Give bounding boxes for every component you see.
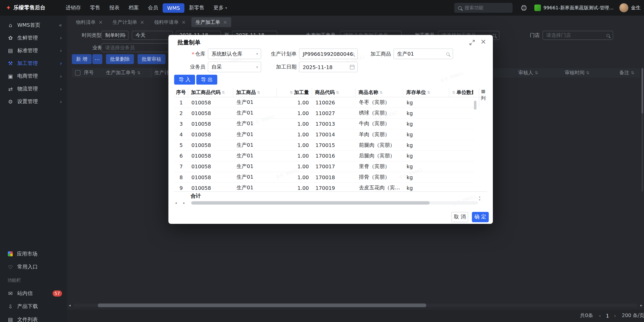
close-tab-icon[interactable]: × (223, 19, 227, 25)
menu-item-retail[interactable]: 零售 (85, 3, 105, 13)
table-row[interactable]: 1 010058 生产01 1.00 110026 冬枣（宾朋） kg (174, 97, 474, 108)
warehouse-select[interactable]: 系统默认仓库 ▾ (208, 49, 261, 59)
add-button[interactable]: 新 增 (72, 54, 92, 64)
scroll-up-icon[interactable]: ▴ (479, 195, 480, 198)
sort-icon[interactable]: ⇅ (257, 90, 260, 95)
sort-icon[interactable]: ⇅ (427, 90, 430, 95)
tenant-info[interactable]: 99661-新界面果蔬版测试-管理... (534, 4, 614, 11)
sidebar-item-wms-home[interactable]: ⌂ WMS首页 « (0, 19, 67, 32)
sort-icon[interactable]: ⇅ (290, 90, 293, 95)
cell-process-qty[interactable]: 1.00 (277, 153, 312, 159)
cell-process-qty[interactable]: 1.00 (277, 174, 312, 180)
clerk-select[interactable]: 自采 ▾ (208, 62, 261, 72)
col-process-qty[interactable]: ⇅ 加工量 (277, 88, 312, 97)
sort-icon[interactable]: ⇅ (336, 90, 339, 95)
modal-vertical-scrollbar[interactable] (473, 99, 477, 191)
table-row[interactable]: 8 010058 生产01 1.00 170018 排骨（宾朋） kg (174, 172, 474, 183)
tab-material-list[interactable]: 物料清单 × (72, 17, 107, 27)
cell-process-qty[interactable]: 1.00 (277, 185, 312, 191)
import-button[interactable]: 导 入 (174, 75, 195, 85)
sidebar-item-settings[interactable]: ⚙ 设置管理 › (0, 95, 67, 108)
cell-process-qty[interactable]: 1.00 (277, 99, 312, 106)
export-button[interactable]: 导 出 (196, 75, 217, 85)
processed-product-input[interactable]: 生产01 (393, 49, 453, 59)
column-config-button[interactable]: ▦ 列 (479, 88, 487, 107)
select-all-checkbox[interactable] (75, 70, 81, 76)
batch-delete-button[interactable]: 批量删除 (106, 54, 134, 64)
sort-icon[interactable]: ⇅ (631, 71, 634, 75)
col-remark[interactable]: 备注 ⇅ (619, 68, 634, 78)
col-audit-time[interactable]: 审核时间 ⇅ (565, 68, 590, 78)
menu-item-wms[interactable]: WMS (163, 3, 184, 12)
table-row[interactable]: 7 010058 生产01 1.00 170017 里脊（宾朋） kg (174, 162, 474, 172)
scroll-right-icon[interactable]: ▸ (640, 303, 642, 308)
sort-icon[interactable]: ⇅ (222, 90, 225, 95)
scrollbar-thumb[interactable] (474, 100, 476, 110)
search-icon[interactable] (351, 52, 354, 55)
printer-icon[interactable] (521, 5, 527, 11)
close-tab-icon[interactable]: × (99, 19, 103, 25)
page-size-select[interactable]: 200 条/页 (622, 312, 644, 319)
batch-audit-button[interactable]: 批量审核 (138, 54, 166, 64)
expand-modal-icon[interactable] (469, 40, 475, 45)
menu-item-new-retail[interactable]: 新零售 (184, 3, 209, 13)
table-row[interactable]: 2 010058 生产01 1.00 110027 绣球（宾朋） kg (174, 108, 474, 119)
global-search-input[interactable]: 搜索功能 (454, 3, 513, 13)
search-icon[interactable] (446, 52, 450, 55)
close-tab-icon[interactable]: × (140, 19, 144, 25)
process-date-input[interactable]: 2025-11-18 (299, 62, 358, 72)
table-row[interactable]: 4 010058 生产01 1.00 170014 羊肉（宾朋） kg (174, 129, 474, 140)
confirm-button[interactable]: 确 定 (472, 212, 489, 222)
sidebar-item-product-download[interactable]: ⇩ 产品下载 (0, 300, 67, 313)
scroll-left-icon[interactable]: ◂ (69, 303, 71, 308)
scrollbar-thumb[interactable] (191, 201, 430, 205)
sidebar-item-ecommerce[interactable]: ▣ 电商管理 › (0, 70, 67, 83)
menu-item-reports[interactable]: 报表 (105, 3, 124, 13)
close-modal-icon[interactable]: × (480, 37, 486, 46)
sidebar-item-app-market[interactable]: 应用市场 (0, 247, 67, 260)
sidebar-item-standard[interactable]: ▤ 标准管理 › (0, 44, 67, 57)
clerk-filter-input[interactable]: 请选择业务员 (102, 43, 176, 52)
col-process-product-code[interactable]: 加工商品代码 ⇅ (188, 88, 233, 97)
sort-icon[interactable]: ⇅ (535, 71, 538, 75)
col-process-product[interactable]: 加工商品 ⇅ (233, 88, 277, 97)
sidebar-item-logistics[interactable]: ⇄ 物流管理 › (0, 83, 67, 95)
scrollbar-thumb[interactable] (642, 68, 643, 113)
table-row[interactable]: 6 010058 生产01 1.00 170016 后腿肉（宾朋） kg (174, 151, 474, 161)
cell-process-qty[interactable]: 1.00 (277, 163, 312, 170)
collapse-sidebar-icon[interactable]: « (59, 22, 62, 28)
scroll-down-icon[interactable]: ▾ (479, 198, 480, 202)
sort-icon[interactable]: ⇅ (379, 90, 383, 95)
menu-item-more[interactable]: 更多 ▾ (209, 3, 232, 13)
sort-icon[interactable]: ⇅ (137, 71, 140, 75)
col-sku-code[interactable]: 商品代码 ⇅ (312, 88, 356, 97)
time-type-select[interactable]: 制单时间 ▾ (102, 31, 129, 40)
current-page[interactable]: 1 (606, 313, 609, 318)
menu-item-purchase-sale[interactable]: 进销存 (61, 3, 85, 13)
sort-icon[interactable]: ⇅ (586, 71, 589, 75)
close-tab-icon[interactable]: × (182, 19, 186, 25)
cell-process-qty[interactable]: 1.00 (277, 142, 312, 148)
store-filter-input[interactable]: 请选择门店 (542, 31, 613, 40)
cell-process-qty[interactable]: 1.00 (277, 121, 312, 127)
more-actions-button[interactable]: ⋯ (92, 54, 102, 64)
col-sku-name[interactable]: 商品名称 ⇅ (356, 88, 403, 97)
sort-icon[interactable]: ⇅ (452, 90, 455, 95)
scrollbar-thumb[interactable] (98, 304, 426, 307)
cell-process-qty[interactable]: 1.00 (277, 131, 312, 138)
scroll-left-icon[interactable]: ◂ (175, 200, 177, 205)
tab-material-request[interactable]: 领料申请单 × (150, 17, 190, 27)
col-order-no[interactable]: 生产加工单号 ⇅ (103, 68, 151, 78)
sidebar-item-favorites[interactable]: ♡ 常用入口 (0, 260, 67, 274)
modal-horizontal-scrollbar[interactable]: ◂ ▸ (174, 200, 487, 205)
sidebar-item-inbox[interactable]: ✉ 站内信 57 (0, 287, 67, 300)
date-range-preset-select[interactable]: 今天 ▾ (132, 31, 173, 40)
sidebar-item-processing[interactable]: ⚒ 加工管理 › (0, 57, 67, 70)
menu-item-archives[interactable]: 档案 (124, 3, 143, 13)
horizontal-scrollbar[interactable]: ◂ ▸ (67, 303, 644, 308)
tab-production-order[interactable]: 生产加工单 × (191, 17, 231, 27)
table-row[interactable]: 3 010058 生产01 1.00 170013 牛肉（宾朋） kg (174, 119, 474, 129)
sidebar-item-file-list[interactable]: ▤ 文件列表 (0, 313, 67, 322)
scroll-right-icon[interactable]: ▸ (183, 200, 185, 205)
col-auditor[interactable]: 审核人 ⇅ (518, 68, 538, 78)
